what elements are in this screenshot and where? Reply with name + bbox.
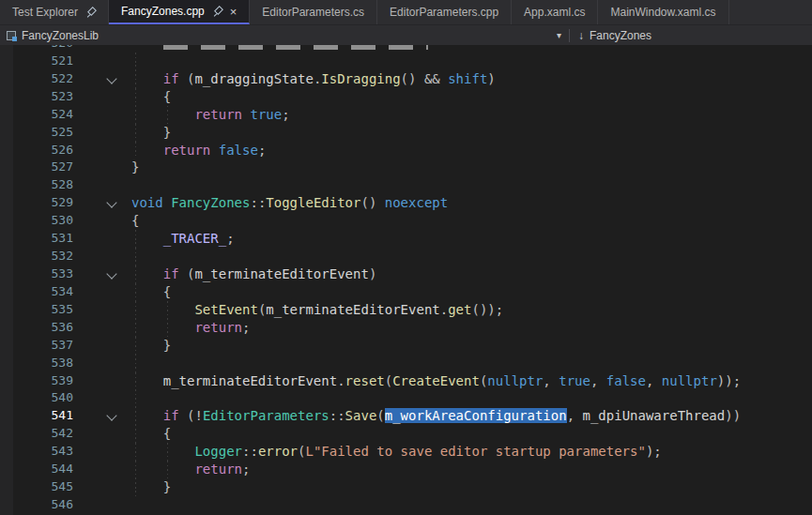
fold-column	[73, 425, 131, 443]
code-line: 538	[0, 355, 812, 372]
breakpoint-margin[interactable]	[0, 45, 13, 515]
code-line: 540	[0, 389, 812, 407]
code-text: Logger::error(L"Failed to save editor st…	[131, 443, 812, 461]
project-dropdown[interactable]: FancyZonesLib ▾	[0, 25, 569, 45]
tab-fancyzones-cpp[interactable]: FancyZones.cpp×	[109, 0, 250, 24]
code-lines: 520521522 if (m_draggingState.IsDragging…	[0, 45, 812, 514]
code-line: 542 {	[0, 425, 812, 443]
fold-column	[73, 176, 131, 194]
code-line: 535 SetEvent(m_terminateEditorEvent.get(…	[0, 301, 812, 319]
code-line: 533 if (m_terminateEditorEvent)	[0, 265, 812, 283]
code-text: SetEvent(m_terminateEditorEvent.get());	[131, 301, 812, 319]
code-text: if (!EditorParameters::Save(m_workAreaCo…	[131, 407, 812, 425]
selected-text[interactable]: m_workAreaConfiguration	[385, 408, 567, 423]
code-editor[interactable]: 520521522 if (m_draggingState.IsDragging…	[0, 45, 812, 515]
code-text: }	[131, 159, 812, 176]
navigation-bar: FancyZonesLib ▾ ↓ FancyZones	[0, 24, 812, 45]
fold-chevron-icon[interactable]	[106, 198, 116, 208]
code-line: 539 m_terminateEditorEvent.reset(CreateE…	[0, 372, 812, 390]
code-text	[131, 45, 812, 53]
fold-column	[73, 45, 131, 53]
code-line: 525 }	[0, 124, 812, 142]
code-line: 520	[0, 45, 812, 53]
fold-column	[73, 389, 131, 407]
fold-chevron-icon[interactable]	[106, 411, 116, 421]
code-line: 543 Logger::error(L"Failed to save edito…	[0, 443, 812, 461]
tab-label: Test Explorer	[12, 6, 78, 19]
fold-column	[73, 248, 131, 265]
code-text	[131, 53, 812, 70]
code-line: 537 }	[0, 337, 812, 355]
tab-test-explorer[interactable]: Test Explorer	[0, 0, 109, 24]
code-text: _TRACER_;	[131, 230, 812, 248]
code-text	[131, 176, 812, 194]
tab-app-xaml-cs[interactable]: App.xaml.cs	[512, 0, 598, 24]
code-line: 530{	[0, 212, 812, 230]
code-text	[131, 389, 812, 407]
code-text: {	[131, 425, 812, 443]
code-text: if (m_draggingState.IsDragging() && shif…	[131, 70, 812, 88]
fold-column	[73, 106, 131, 124]
fold-column	[73, 372, 131, 390]
code-line: 526 return false;	[0, 142, 812, 159]
code-text: {	[131, 212, 812, 230]
code-line: 529void FancyZones::ToggleEditor() noexc…	[0, 194, 812, 212]
fold-column	[73, 301, 131, 319]
pin-icon[interactable]	[85, 7, 96, 19]
fold-column	[73, 355, 131, 372]
code-line: 544 return;	[0, 461, 812, 478]
fold-column	[73, 142, 131, 159]
tab-bar: Test ExplorerFancyZones.cpp×EditorParame…	[0, 0, 812, 24]
fold-column	[73, 159, 131, 176]
code-text: return true;	[131, 106, 812, 124]
fold-column	[73, 407, 131, 425]
code-line: 546	[0, 496, 812, 514]
code-line: 522 if (m_draggingState.IsDragging() && …	[0, 70, 812, 88]
tab-editorparameters-cs[interactable]: EditorParameters.cs	[250, 0, 377, 24]
fold-column	[73, 461, 131, 478]
code-text: }	[131, 337, 812, 355]
fold-column	[73, 53, 131, 70]
code-text: return false;	[131, 142, 812, 159]
member-dropdown[interactable]: ↓ FancyZones	[570, 25, 812, 45]
code-line: 534 {	[0, 283, 812, 301]
fold-column	[73, 70, 131, 88]
down-arrow-icon: ↓	[578, 29, 584, 42]
code-line: 527}	[0, 159, 812, 176]
fold-column	[73, 337, 131, 355]
tab-label: MainWindow.xaml.cs	[610, 6, 715, 19]
tab-label: App.xaml.cs	[524, 6, 585, 19]
fold-column	[73, 194, 131, 212]
code-line: 528	[0, 176, 812, 194]
project-name: FancyZonesLib	[22, 29, 99, 42]
tab-label: EditorParameters.cs	[262, 6, 364, 19]
vs-editor-window: Test ExplorerFancyZones.cpp×EditorParame…	[0, 0, 812, 515]
tab-mainwindow-xaml-cs[interactable]: MainWindow.xaml.cs	[598, 0, 728, 24]
close-icon[interactable]: ×	[230, 6, 237, 18]
code-text: return;	[131, 461, 812, 478]
clipped-text	[163, 45, 428, 50]
code-line: 545 }	[0, 478, 812, 496]
fold-column	[73, 265, 131, 283]
fold-column	[73, 478, 131, 496]
fold-column	[73, 319, 131, 337]
fold-column	[73, 230, 131, 248]
chevron-down-icon[interactable]: ▾	[557, 30, 569, 40]
code-text: }	[131, 124, 812, 142]
fold-column	[73, 88, 131, 106]
fold-column	[73, 212, 131, 230]
project-icon	[7, 31, 16, 40]
fold-chevron-icon[interactable]	[106, 268, 116, 279]
pin-icon[interactable]	[212, 6, 222, 18]
code-line: 541 if (!EditorParameters::Save(m_workAr…	[0, 407, 812, 425]
member-name: FancyZones	[590, 29, 651, 42]
code-text	[131, 248, 812, 265]
code-text: {	[131, 283, 812, 301]
fold-column	[73, 124, 131, 142]
tab-editorparameters-cpp[interactable]: EditorParameters.cpp	[377, 0, 512, 24]
code-text: void FancyZones::ToggleEditor() noexcept	[131, 194, 812, 212]
tab-label: FancyZones.cpp	[121, 5, 205, 18]
code-text	[131, 355, 812, 372]
fold-chevron-icon[interactable]	[106, 73, 116, 83]
fold-column	[73, 496, 131, 514]
